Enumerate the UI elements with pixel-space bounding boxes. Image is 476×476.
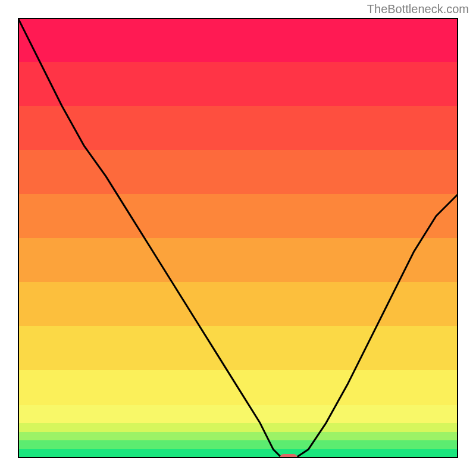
chart-svg bbox=[18, 18, 458, 458]
chart-background bbox=[18, 18, 458, 458]
plot-area bbox=[18, 18, 458, 458]
chart-container: TheBottleneck.com bbox=[0, 0, 476, 476]
watermark-text: TheBottleneck.com bbox=[367, 2, 469, 16]
